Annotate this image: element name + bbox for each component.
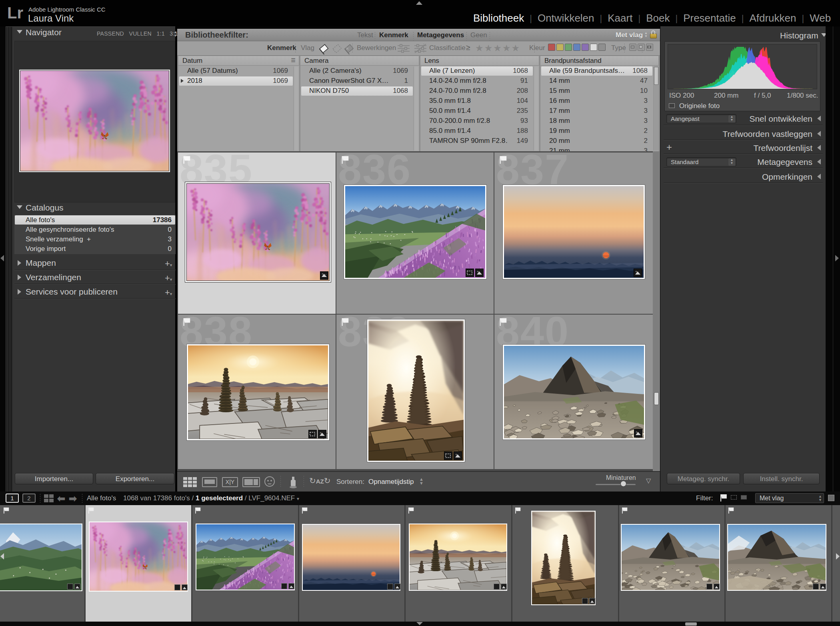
svg-text:+: + (455, 453, 457, 456)
svg-text:+: + (636, 430, 638, 434)
svg-text:+: + (477, 270, 479, 273)
svg-text:+: + (322, 272, 324, 276)
svg-text:-: - (325, 272, 326, 276)
svg-text:+: + (635, 270, 637, 273)
svg-text:+: + (320, 431, 322, 435)
